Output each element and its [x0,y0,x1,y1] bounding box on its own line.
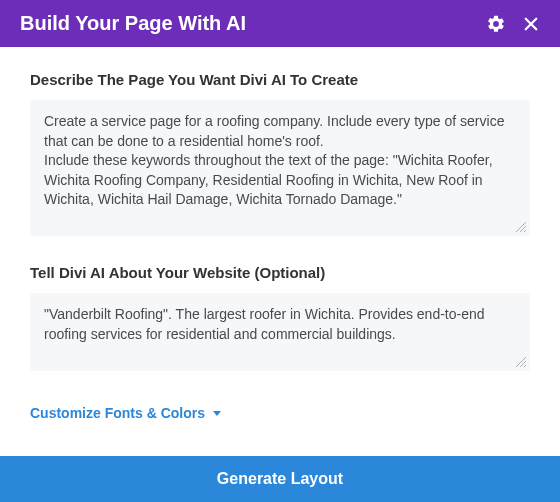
describe-textarea[interactable] [44,112,516,220]
close-icon[interactable] [522,15,540,33]
header-bar: Build Your Page With AI [0,0,560,47]
customize-fonts-colors-link[interactable]: Customize Fonts & Colors [30,405,530,421]
describe-label: Describe The Page You Want Divi AI To Cr… [30,71,530,88]
describe-textarea-wrap [30,100,530,236]
resize-handle-icon [515,221,527,233]
customize-link-label: Customize Fonts & Colors [30,405,205,421]
generate-layout-button[interactable]: Generate Layout [0,456,560,502]
about-label: Tell Divi AI About Your Website (Optiona… [30,264,530,281]
gear-icon[interactable] [486,14,506,34]
about-textarea[interactable] [44,305,516,355]
header-title: Build Your Page With AI [20,12,246,35]
resize-handle-icon [515,356,527,368]
content-area: Describe The Page You Want Divi AI To Cr… [0,47,560,456]
header-actions [486,14,540,34]
about-textarea-wrap [30,293,530,371]
chevron-down-icon [213,411,221,416]
